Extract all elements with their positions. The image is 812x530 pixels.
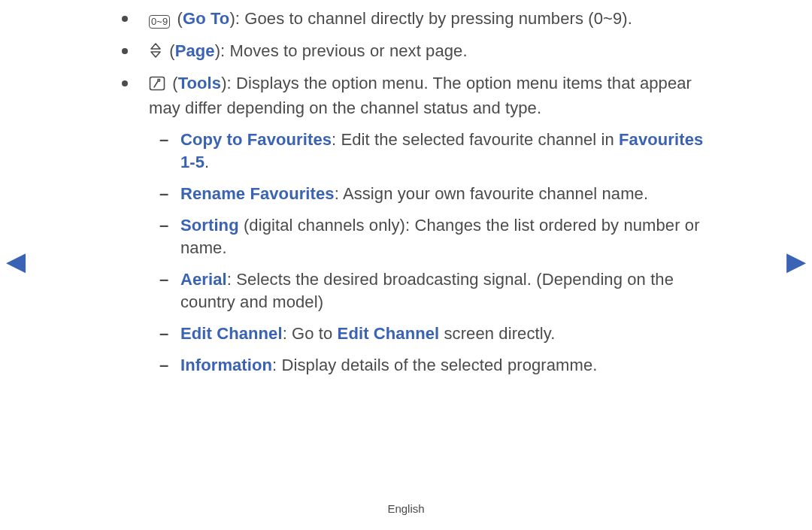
updown-icon (149, 42, 162, 65)
sub-item-information: – Information: Display details of the se… (149, 354, 714, 377)
paren-close: ) (221, 74, 226, 92)
feature-desc: : Goes to channel directly by pressing n… (235, 9, 632, 28)
sub-desc-pre: : Display details of the selected progra… (272, 356, 597, 374)
footer-language: English (0, 502, 812, 515)
paren-open: ( (165, 41, 175, 60)
sub-name: Aerial (180, 270, 227, 289)
sub-item-edit-channel: – Edit Channel: Go to Edit Channel scree… (149, 323, 714, 345)
feature-name: Tools (178, 74, 222, 92)
dash-icon: – (159, 214, 168, 237)
nav-prev-icon[interactable]: ◀ (6, 248, 26, 274)
digits-key-icon: 0~9 (149, 10, 170, 32)
list-item-page: (Page): Moves to previous or next page. (105, 40, 714, 65)
list-item-goto: 0~9 (Go To): Goes to channel directly by… (105, 8, 714, 32)
sub-desc-pre: : Selects the desired broadcasting signa… (180, 270, 674, 311)
sub-item-aerial: – Aerial: Selects the desired broadcasti… (149, 268, 714, 313)
sub-name: Copy to Favourites (180, 130, 332, 149)
dash-icon: – (159, 129, 168, 151)
sub-desc-post: . (205, 153, 209, 171)
tools-sub-list: – Copy to Favourites: Edit the selected … (149, 129, 714, 377)
tools-icon (149, 74, 165, 97)
dash-icon: – (159, 354, 168, 377)
sub-item-sorting: – Sorting (digital channels only): Chang… (149, 214, 714, 259)
sub-name: Rename Favourites (180, 184, 335, 203)
manual-page: ◀ ▶ 0~9 (Go To): Goes to channel directl… (0, 0, 812, 530)
feature-desc: : Moves to previous or next page. (220, 41, 468, 60)
feature-desc: : Displays the option menu. The option m… (149, 74, 692, 117)
feature-name: Go To (183, 9, 229, 28)
feature-name: Page (175, 41, 215, 60)
sub-note: (digital channels only) (239, 216, 405, 235)
sub-name: Edit Channel (180, 324, 283, 343)
page-content: 0~9 (Go To): Goes to channel directly by… (105, 8, 714, 384)
paren-close: ) (215, 41, 220, 60)
paren-close: ) (229, 9, 235, 28)
sub-desc-pre: : Edit the selected favourite channel in (332, 130, 619, 149)
sub-name: Sorting (180, 216, 239, 235)
nav-next-icon[interactable]: ▶ (786, 248, 806, 274)
sub-item-copy-favourites: – Copy to Favourites: Edit the selected … (149, 129, 714, 174)
paren-open: ( (168, 74, 178, 92)
top-bullet-list: 0~9 (Go To): Goes to channel directly by… (105, 8, 714, 377)
list-item-tools: (Tools): Displays the option menu. The o… (105, 72, 714, 377)
dash-icon: – (159, 323, 168, 345)
sub-desc-post: screen directly. (439, 324, 555, 343)
paren-open: ( (172, 9, 183, 28)
sub-name: Information (180, 356, 272, 374)
sub-item-rename-favourites: – Rename Favourites: Assign your own fav… (149, 183, 714, 205)
sub-desc-pre: : Assign your own favourite channel name… (335, 184, 648, 203)
sub-desc-pre: : Go to (283, 324, 338, 343)
dash-icon: – (159, 268, 168, 291)
dash-icon: – (159, 183, 168, 205)
sub-inline: Edit Channel (338, 324, 440, 343)
